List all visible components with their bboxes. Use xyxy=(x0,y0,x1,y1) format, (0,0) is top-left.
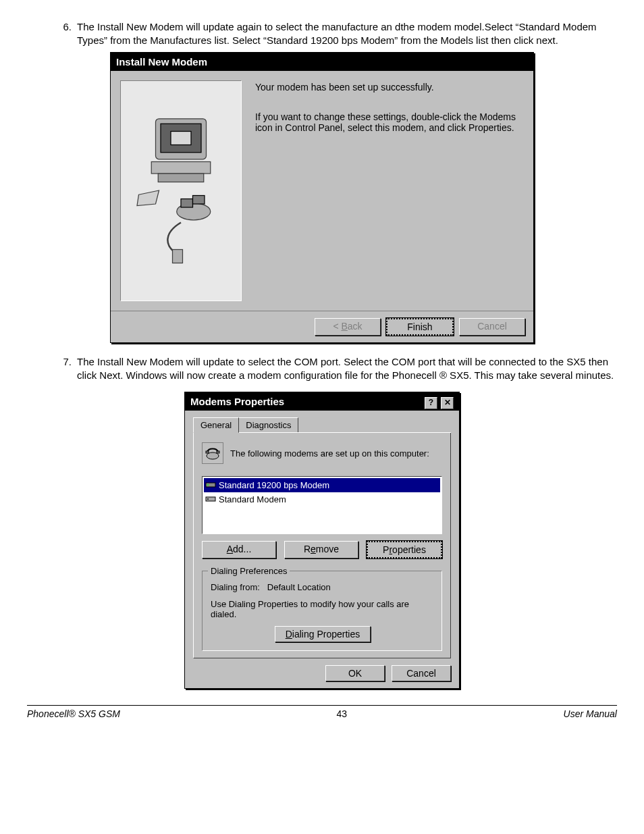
tab-panel-general: The following modems are set up on this … xyxy=(193,433,451,658)
svg-marker-5 xyxy=(137,190,159,206)
footer-right: User Manual xyxy=(564,708,617,719)
titlebar: Install New Modem xyxy=(111,53,533,71)
svg-rect-2 xyxy=(171,132,191,145)
add-button[interactable]: Add... xyxy=(202,541,276,558)
tabs: General Diagnostics xyxy=(193,417,451,433)
properties-button[interactable]: Properties xyxy=(367,541,442,558)
step-number: 7. xyxy=(54,355,72,383)
svg-rect-7 xyxy=(181,199,193,208)
window-title: Modems Properties xyxy=(190,396,284,407)
ok-button[interactable]: OK xyxy=(325,665,385,681)
info-text: The following modems are set up on this … xyxy=(230,448,429,459)
back-button[interactable]: < Back xyxy=(315,318,381,336)
cancel-button[interactable]: Cancel xyxy=(459,318,525,336)
tab-general[interactable]: General xyxy=(193,417,239,433)
svg-rect-11 xyxy=(206,451,209,453)
svg-rect-4 xyxy=(158,174,204,182)
footer-left: Phonecell® SX5 GSM xyxy=(27,708,120,719)
list-item[interactable]: Standard 19200 bps Modem xyxy=(204,478,440,492)
dialing-from-value: Default Location xyxy=(267,582,331,592)
window-title: Install New Modem xyxy=(116,56,207,68)
footer-page-number: 43 xyxy=(336,708,347,719)
wizard-footer: < Back Finish Cancel xyxy=(111,311,533,342)
step-text: The Install New Modem will update to sel… xyxy=(77,355,617,383)
list-item-label: Standard 19200 bps Modem xyxy=(219,480,329,490)
titlebar-buttons: ? ✕ xyxy=(424,396,454,409)
step-6: 6. The Install New Modem will update aga… xyxy=(54,20,617,48)
modems-properties-window: Modems Properties ? ✕ General Diagnostic… xyxy=(184,392,460,689)
svg-rect-8 xyxy=(193,196,205,205)
titlebar: Modems Properties ? ✕ xyxy=(185,392,459,411)
tab-diagnostics[interactable]: Diagnostics xyxy=(238,417,298,432)
install-new-modem-window: Install New Modem xyxy=(110,52,534,343)
wizard-image xyxy=(120,80,242,301)
dialing-preferences-group: Dialing Preferences Dialing from: Defaul… xyxy=(202,571,442,651)
success-message: Your modem has been set up successfully. xyxy=(255,82,521,93)
remove-button[interactable]: Remove xyxy=(284,541,358,558)
cancel-button[interactable]: Cancel xyxy=(392,665,451,681)
close-icon[interactable]: ✕ xyxy=(441,397,454,409)
wizard-text-area: Your modem has been set up successfully.… xyxy=(250,71,533,311)
svg-rect-9 xyxy=(173,250,183,263)
svg-point-16 xyxy=(207,498,209,500)
svg-rect-12 xyxy=(217,451,219,453)
modem-list[interactable]: Standard 19200 bps Modem Standard Modem xyxy=(202,476,442,534)
help-icon[interactable]: ? xyxy=(425,397,437,409)
finish-button[interactable]: Finish xyxy=(386,318,454,336)
step-text: The Install New Modem will update again … xyxy=(77,20,617,48)
step-number: 6. xyxy=(54,20,72,48)
list-item[interactable]: Standard Modem xyxy=(204,492,440,506)
dialing-from-row: Dialing from: Default Location xyxy=(211,582,435,592)
svg-point-14 xyxy=(207,484,209,486)
group-legend: Dialing Preferences xyxy=(208,566,290,576)
svg-rect-3 xyxy=(151,162,211,174)
modem-icon xyxy=(205,493,216,506)
dialing-help-text: Use Dialing Properties to modify how you… xyxy=(211,599,435,619)
instruction-text: If you want to change these settings, do… xyxy=(255,111,521,133)
dialing-properties-button[interactable]: Dialing Properties xyxy=(275,626,371,642)
list-item-label: Standard Modem xyxy=(219,494,286,504)
step-7: 7. The Install New Modem will update to … xyxy=(54,355,617,383)
phone-icon xyxy=(202,442,223,464)
page-footer: Phonecell® SX5 GSM 43 User Manual xyxy=(27,706,617,719)
modem-icon xyxy=(205,479,216,492)
